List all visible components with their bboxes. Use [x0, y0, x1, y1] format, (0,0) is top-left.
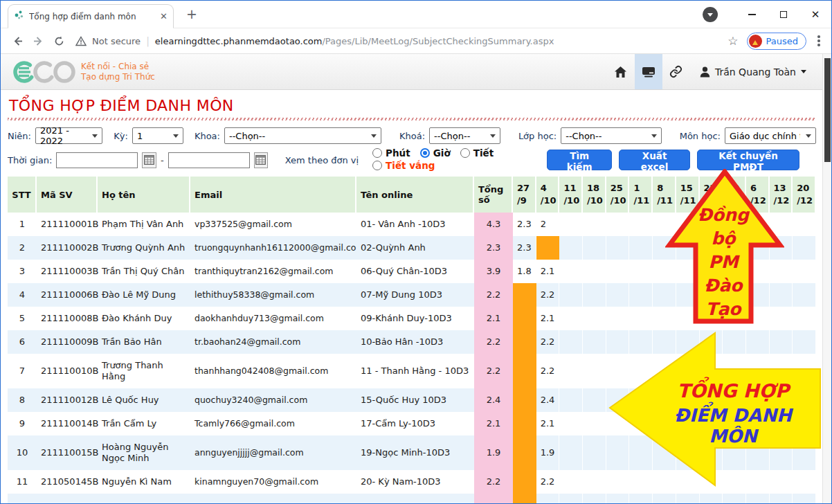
attendance-cell: 2.2: [536, 330, 560, 354]
maximize-button[interactable]: [768, 1, 799, 28]
cell-ho-ten: Đào Khánh Duy: [98, 307, 190, 330]
extension-paused-badge[interactable]: Paused: [747, 33, 806, 50]
column-header: Họ tên: [98, 177, 190, 213]
lop-select[interactable]: --Chọn--: [561, 127, 662, 144]
browser-profile-icon[interactable]: [703, 7, 718, 22]
home-icon[interactable]: [607, 54, 635, 89]
column-header: STT: [8, 177, 37, 213]
date-column-header: 25/10: [606, 177, 630, 213]
tab-close-icon[interactable]: ✕: [160, 12, 168, 21]
attendance-cell: [793, 213, 816, 236]
eco-logo[interactable]: Kết nối - Chia sẻ Tạo dựng Tri Thức: [12, 58, 155, 86]
attendance-cell: 2.3: [513, 236, 536, 260]
omnibox[interactable]: Not secure | elearningdttec.phanmemdaota…: [71, 35, 723, 46]
cell-email: daokhanhduy713@gmail.com: [190, 307, 356, 330]
attendance-cell: [723, 494, 746, 504]
khoa2-select[interactable]: --Chọn--: [429, 127, 500, 144]
browser-menu-icon[interactable]: [817, 35, 820, 46]
cell-ten-online: 10-Bảo Hân -10D3: [356, 330, 474, 354]
cell-stt: 1: [8, 213, 37, 236]
column-header: Tổng số: [474, 177, 513, 213]
close-button[interactable]: ✕: [799, 1, 831, 28]
unit-label: Xem theo đơn vị: [285, 155, 359, 165]
cell-email: tr.baohan24@gmail.com: [190, 330, 356, 354]
url-domain: elearningdttec.phanmemdaotao.com: [155, 36, 323, 46]
khoa-select[interactable]: --Chọn--: [224, 127, 381, 144]
cell-tong-so: 4.3: [474, 213, 513, 236]
page-scrollbar[interactable]: [822, 54, 831, 503]
unit-radio[interactable]: Phút: [372, 147, 410, 159]
cell-email: lethithuy58338@gmail.com: [190, 283, 356, 307]
device-icon[interactable]: [635, 54, 662, 89]
refresh-icon[interactable]: [51, 33, 67, 49]
cell-tong-so: 2.3: [474, 236, 513, 260]
cell-tong-so: 1.9: [474, 435, 513, 470]
attendance-cell: [793, 494, 816, 504]
attendance-cell: [559, 494, 583, 504]
action-button[interactable]: Xuất excel: [619, 150, 690, 170]
date-column-header: 4/10: [536, 177, 560, 213]
mon-select[interactable]: Giáo dục chính trị -: [725, 127, 816, 144]
link-icon[interactable]: [662, 54, 690, 89]
nien-label: Niên:: [8, 131, 31, 141]
date-to-input[interactable]: [168, 152, 250, 168]
cell-ma-sv: 211110003B: [37, 260, 98, 283]
column-header: Tên online: [356, 177, 474, 213]
new-tab-icon[interactable]: +: [183, 6, 200, 23]
cell-stt: 4: [8, 283, 37, 307]
cell-tong-so: [474, 494, 513, 504]
cell-tong-so: 2.2: [474, 330, 513, 354]
attendance-cell: [583, 388, 606, 412]
user-icon: [700, 66, 710, 78]
calendar-icon[interactable]: [254, 152, 269, 168]
radio-icon[interactable]: [372, 161, 382, 170]
up-arrow-text: ĐồngbộPMĐàoTạo: [665, 204, 781, 321]
calendar-icon[interactable]: [142, 152, 156, 168]
ky-select[interactable]: 1: [132, 127, 183, 144]
absent-cell: [513, 494, 536, 504]
summary-annotation-arrow: TỔNG HỢP ĐIỂM DANH MÔN: [607, 329, 823, 489]
browser-tab[interactable]: Tổng hợp điểm danh môn ✕: [8, 4, 174, 28]
radio-label: Phút: [386, 147, 410, 159]
left-arrow-line1: TỔNG HỢP: [647, 380, 819, 402]
radio-icon[interactable]: [372, 148, 382, 158]
cell-ho-ten: Trương Thanh Hằng: [98, 354, 190, 388]
bookmark-star-icon[interactable]: ☆: [727, 34, 738, 48]
cell-stt: 9: [8, 412, 37, 435]
attendance-cell: 2: [536, 213, 560, 236]
cell-ho-ten: Trương Quỳnh Anh: [98, 236, 190, 260]
forward-icon[interactable]: [30, 33, 46, 49]
scrollbar-thumb[interactable]: [824, 58, 831, 162]
attendance-cell: [583, 260, 606, 283]
date-from-input[interactable]: [56, 152, 138, 168]
attendance-cell: [559, 470, 583, 494]
title-underline: [8, 118, 816, 120]
radio-icon[interactable]: [420, 148, 430, 158]
cell-tong-so: 2.2: [474, 283, 513, 307]
back-icon[interactable]: [9, 33, 26, 49]
attendance-cell: 1.9: [536, 435, 560, 470]
radio-icon[interactable]: [460, 148, 470, 158]
attendance-cell: [629, 260, 653, 283]
unit-radio[interactable]: Tiết vắng: [372, 160, 435, 171]
date-column-header: 11/10: [559, 177, 583, 213]
action-button[interactable]: Kết chuyển PMĐT: [697, 150, 799, 170]
minimize-button[interactable]: [736, 1, 768, 28]
chevron-down-icon: [801, 70, 806, 76]
attendance-cell: 2.2: [536, 470, 560, 494]
attendance-cell: [793, 283, 816, 307]
cell-ho-ten: Hoàng Nguyễn Ngọc Minh: [98, 435, 190, 470]
action-button[interactable]: Tìm kiếm: [547, 150, 612, 170]
unit-radio[interactable]: Giờ: [420, 147, 451, 159]
not-secure-icon: [75, 36, 87, 46]
cell-ho-ten: Phạm Thị Vân Anh: [98, 213, 190, 236]
eco-logo-icon: [12, 58, 75, 86]
address-bar: Not secure | elearningdttec.phanmemdaota…: [1, 28, 831, 54]
unit-radio[interactable]: Tiết: [460, 147, 494, 159]
cell-ma-sv: 211110009B: [37, 330, 98, 354]
cell-ten-online: 09-Khánh Duy-10D3: [356, 307, 474, 330]
attendance-cell: [583, 213, 606, 236]
user-menu[interactable]: Trần Quang Toàn: [690, 66, 816, 78]
attendance-cell: 2.2: [536, 283, 560, 307]
nien-select[interactable]: 2021 - 2022: [35, 127, 102, 144]
